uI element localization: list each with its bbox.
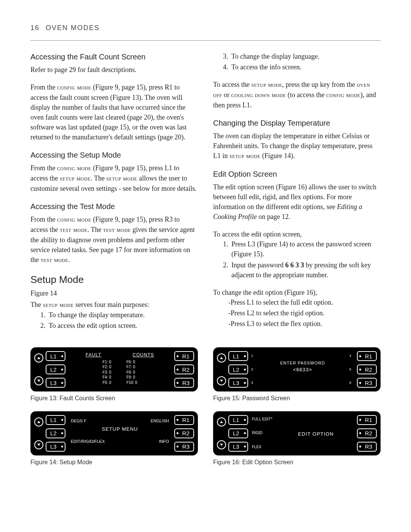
up-arrow-button[interactable]: [217, 353, 226, 363]
r3-key[interactable]: R3: [174, 378, 194, 388]
list-item: To access the info screen.: [230, 62, 381, 72]
oven-panel-setup: L1 L2 L3 DEGS FENGLISH SETUP MENU EDIT/R…: [30, 411, 198, 455]
figure-14: L1 L2 L3 DEGS FENGLISH SETUP MENU EDIT/R…: [30, 411, 198, 466]
purpose-list: To change the display temperature. To ac…: [30, 310, 198, 331]
page-header: 16 OVEN MODES: [30, 23, 381, 33]
oven-panel-password: L1 L2 L3 123 456 ENTER PASSWORD <6633> R…: [213, 347, 381, 391]
figure-caption: Figure 14: Setup Mode: [30, 458, 198, 466]
para: The edit option screen (Figure 16) allow…: [213, 182, 381, 222]
heading-setup-mode: Accessing the Setup Mode: [30, 150, 198, 161]
heading-setup-mode-main: Setup Mode: [30, 273, 198, 287]
purpose-list-cont: To change the display language. To acces…: [213, 51, 381, 72]
r2-key[interactable]: R2: [357, 428, 377, 438]
figure-15: L1 L2 L3 123 456 ENTER PASSWORD <6633> R…: [213, 347, 381, 403]
list-item: Press L3 (Figure 14) to access the passw…: [230, 239, 381, 259]
r1-key[interactable]: R1: [357, 415, 377, 425]
l1-key[interactable]: L1: [228, 415, 248, 425]
r1-key[interactable]: R1: [174, 351, 194, 361]
list-item: To change the display temperature.: [47, 310, 198, 320]
figure-16: L1 L2 L3 FULL EDIT* RIGID FLEX EDIT OPTI…: [213, 411, 381, 466]
substep: -Press L1 to select the full edit option…: [228, 297, 381, 307]
heading-fault-count: Accessing the Fault Count Screen: [30, 51, 198, 62]
heading-edit-option: Edit Option Screen: [213, 169, 381, 180]
para: From the config mode (Figure 9, page 15)…: [30, 163, 198, 193]
l3-key[interactable]: L3: [46, 378, 65, 388]
r3-key[interactable]: R3: [357, 378, 377, 388]
down-arrow-button[interactable]: [217, 376, 226, 385]
down-arrow-button[interactable]: [217, 440, 226, 449]
access-steps: Press L3 (Figure 14) to access the passw…: [213, 239, 381, 280]
figure-13: L1 L2 L3 FAULTCOUNTS F1: 0F2: 0F3: 0F4: …: [30, 347, 198, 403]
heading-test-mode: Accessing the Test Mode: [30, 201, 198, 212]
r1-key[interactable]: R1: [357, 351, 377, 361]
up-arrow-button[interactable]: [34, 353, 43, 363]
password-display: 123 456 ENTER PASSWORD <6633>: [250, 351, 355, 388]
substep: -Press L3 to select the flex option.: [228, 319, 381, 329]
l1-key[interactable]: L1: [46, 351, 65, 361]
l2-key[interactable]: L2: [46, 364, 65, 374]
para: To access the setup mode, press the up k…: [213, 80, 381, 110]
down-arrow-button[interactable]: [34, 376, 43, 385]
down-arrow-button[interactable]: [34, 440, 43, 449]
header-rule: [30, 40, 381, 41]
section-title: OVEN MODES: [46, 23, 100, 33]
left-column: Accessing the Fault Count Screen Refer t…: [30, 51, 198, 338]
r3-key[interactable]: R3: [357, 442, 377, 452]
para: The setup mode serves four main purposes…: [30, 300, 198, 310]
editopt-display: FULL EDIT* RIGID FLEX EDIT OPTION: [250, 415, 355, 452]
list-item: To access the edit option screen.: [47, 321, 198, 331]
r2-key[interactable]: R2: [174, 364, 194, 374]
l1-key[interactable]: L1: [228, 351, 248, 361]
setup-display: DEGS FENGLISH SETUP MENU EDIT/RIGID/FLEX…: [68, 415, 172, 452]
r2-key[interactable]: R2: [357, 364, 377, 374]
change-substeps: -Press L1 to select the full edit option…: [213, 297, 381, 329]
figure-caption: Figure 15: Password Screen: [213, 394, 381, 403]
l3-key[interactable]: L3: [228, 442, 248, 452]
l3-key[interactable]: L3: [228, 378, 248, 388]
figure-caption: Figure 13: Fault Counts Screen: [30, 394, 198, 403]
r2-key[interactable]: R2: [174, 428, 194, 438]
l1-key[interactable]: L1: [46, 415, 65, 425]
up-arrow-button[interactable]: [217, 417, 226, 427]
heading-display-temp: Changing the Display Temperature: [213, 118, 381, 129]
figref: Figure 14: [30, 288, 198, 298]
oven-panel-fault: L1 L2 L3 FAULTCOUNTS F1: 0F2: 0F3: 0F4: …: [30, 347, 198, 391]
r3-key[interactable]: R3: [174, 442, 194, 452]
figure-caption: Figure 16: Edit Option Screen: [213, 458, 381, 466]
list-item: To change the display language.: [230, 51, 381, 61]
up-arrow-button[interactable]: [34, 417, 43, 427]
para: From the config mode (Figure 9, page 15)…: [30, 82, 198, 142]
substep: -Press L2 to select the rigid option.: [228, 308, 381, 318]
l2-key[interactable]: L2: [228, 364, 248, 374]
fault-display: FAULTCOUNTS F1: 0F2: 0F3: 0F4: 0F5: 0 F6…: [68, 351, 172, 388]
list-item: Input the password 6 6 3 3 by pressing t…: [230, 260, 381, 280]
para: Refer to page 29 for fault descriptions.: [30, 65, 198, 75]
para: To change the edit option (Figure 16),: [213, 288, 381, 297]
right-column: To change the display language. To acces…: [213, 51, 381, 338]
para: To access the edit option screen,: [213, 229, 381, 239]
para: The oven can display the temperature in …: [213, 131, 381, 161]
page-number: 16: [30, 23, 40, 33]
r1-key[interactable]: R1: [174, 415, 194, 425]
l3-key[interactable]: L3: [46, 442, 65, 452]
oven-panel-edit-option: L1 L2 L3 FULL EDIT* RIGID FLEX EDIT OPTI…: [213, 411, 381, 455]
para: From the config mode (Figure 9, page 15)…: [30, 214, 198, 265]
l2-key[interactable]: L2: [228, 428, 248, 438]
l2-key[interactable]: L2: [46, 428, 65, 438]
